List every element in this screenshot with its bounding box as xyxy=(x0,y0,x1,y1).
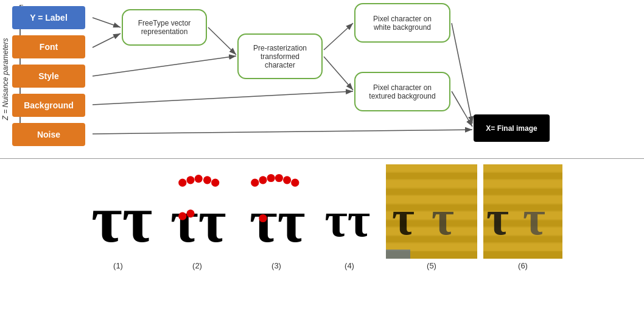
char-display-2: ττ xyxy=(161,164,234,259)
pixel-white-box: Pixel character onwhite background xyxy=(354,3,450,43)
svg-rect-60 xyxy=(483,251,562,259)
svg-text:ττ: ττ xyxy=(325,192,371,247)
freetype-box: FreeType vectorrepresentation xyxy=(122,9,207,46)
svg-line-4 xyxy=(93,18,121,27)
svg-point-17 xyxy=(186,176,194,184)
svg-point-16 xyxy=(178,179,186,187)
svg-point-19 xyxy=(203,176,211,184)
final-image-box: X= Final image xyxy=(474,114,550,142)
image-item-1: ττ (1) xyxy=(82,164,155,270)
char-display-4: ττ xyxy=(319,164,380,259)
svg-rect-49 xyxy=(483,164,562,172)
image-item-2: ττ (2) xyxy=(161,164,234,270)
z-label: Z = Nuisance parameters xyxy=(0,12,11,146)
svg-line-11 xyxy=(452,91,472,127)
svg-line-5 xyxy=(93,33,121,47)
divider-line xyxy=(0,158,644,159)
image-item-6: τ τ (6) xyxy=(483,164,562,270)
pixel-textured-box: Pixel character ontextured background xyxy=(354,72,450,111)
svg-line-6 xyxy=(208,27,236,55)
svg-rect-51 xyxy=(483,180,562,187)
svg-line-13 xyxy=(93,130,472,134)
svg-point-29 xyxy=(291,179,299,187)
preraster-box: Pre-rasterizationtransformedcharacter xyxy=(237,33,323,79)
svg-text:ττ: ττ xyxy=(170,188,226,254)
diagram-area: Z = Nuisance parameters Y = Label Font S… xyxy=(0,0,644,164)
char-display-5: τ τ xyxy=(386,164,477,259)
image-item-4: ττ (4) xyxy=(319,164,380,270)
svg-point-22 xyxy=(186,209,194,217)
font-box: Font xyxy=(12,35,85,58)
images-row: ττ (1) ττ (2) xyxy=(69,164,575,270)
svg-point-30 xyxy=(259,214,267,222)
y-label-box: Y = Label xyxy=(12,6,85,29)
svg-text:ττ: ττ xyxy=(250,188,305,254)
svg-text:τ: τ xyxy=(523,191,545,245)
svg-rect-35 xyxy=(386,180,477,187)
svg-text:τ: τ xyxy=(392,191,415,245)
svg-point-21 xyxy=(178,212,186,220)
svg-point-18 xyxy=(195,175,203,183)
background-box: Background xyxy=(12,94,85,117)
image-item-5: τ τ (5) xyxy=(386,164,477,270)
svg-point-28 xyxy=(283,176,291,184)
left-boxes: Y = Label Font Style Background Noise xyxy=(12,6,91,152)
svg-point-26 xyxy=(267,174,275,182)
svg-text:τ: τ xyxy=(486,191,509,245)
svg-line-8 xyxy=(324,23,353,50)
svg-rect-34 xyxy=(386,173,477,179)
svg-line-10 xyxy=(452,23,472,124)
svg-line-12 xyxy=(93,91,353,105)
svg-point-20 xyxy=(211,179,219,187)
char-display-6: τ τ xyxy=(483,164,562,259)
svg-rect-45 xyxy=(386,250,410,259)
svg-line-7 xyxy=(93,56,236,76)
svg-rect-50 xyxy=(483,173,562,179)
svg-point-24 xyxy=(251,179,259,187)
svg-point-27 xyxy=(275,174,283,182)
char-display-3: ττ xyxy=(240,164,313,259)
svg-rect-33 xyxy=(386,164,477,172)
svg-line-9 xyxy=(324,57,353,90)
svg-point-25 xyxy=(259,176,267,184)
style-box: Style xyxy=(12,65,85,88)
svg-text:ττ: ττ xyxy=(91,182,152,256)
image-item-3: ττ (3) xyxy=(240,164,313,270)
char-display-1: ττ xyxy=(82,164,155,259)
svg-text:τ: τ xyxy=(432,191,454,245)
bottom-images-area: ττ (1) ττ (2) xyxy=(0,161,644,322)
noise-box: Noise xyxy=(12,123,85,146)
